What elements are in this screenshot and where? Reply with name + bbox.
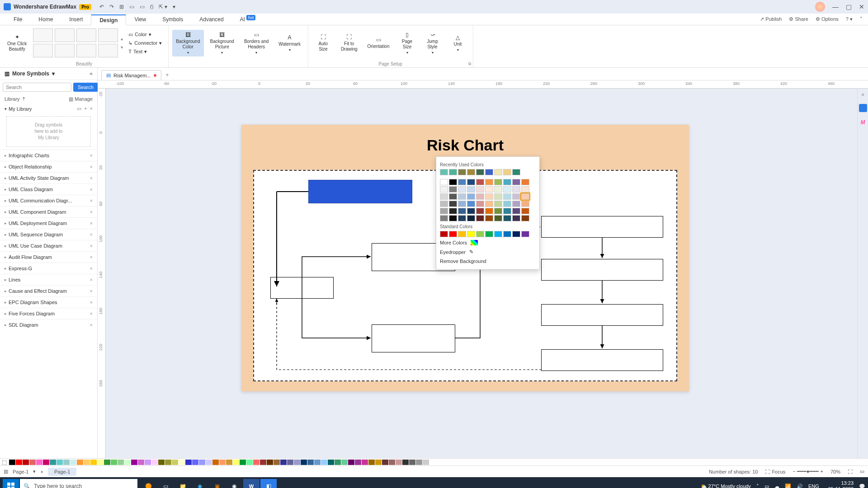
color-swatch[interactable]: [494, 201, 502, 207]
color-swatch[interactable]: [494, 231, 502, 237]
qat-more-icon[interactable]: ▾: [173, 4, 175, 10]
close-icon[interactable]: ×: [90, 266, 93, 271]
more-colors-button[interactable]: More Colors: [440, 238, 536, 247]
close-icon[interactable]: ×: [90, 164, 93, 169]
color-swatch[interactable]: [494, 215, 502, 221]
colorbar-swatch[interactable]: [206, 460, 212, 465]
color-swatch[interactable]: [485, 169, 493, 175]
color-swatch[interactable]: [503, 169, 511, 175]
close-icon[interactable]: ×: [90, 153, 93, 158]
colorbar-swatch[interactable]: [131, 460, 137, 465]
colorbar-swatch[interactable]: [402, 460, 409, 465]
color-swatch[interactable]: [521, 215, 529, 221]
close-icon[interactable]: ×: [90, 277, 93, 282]
color-swatch[interactable]: [476, 179, 484, 185]
quick-color-bar[interactable]: ⬚: [0, 458, 868, 465]
color-swatch[interactable]: [512, 179, 520, 185]
color-swatch[interactable]: [512, 215, 520, 221]
colorbar-swatch[interactable]: [77, 460, 83, 465]
colorbar-swatch[interactable]: [314, 460, 321, 465]
color-swatch[interactable]: [503, 193, 511, 200]
background-color-button[interactable]: 🖼 Background Color ▾: [172, 30, 203, 56]
theme-scroll-up-icon[interactable]: ▴: [121, 36, 123, 41]
color-swatch[interactable]: [467, 215, 475, 221]
color-swatch[interactable]: [467, 208, 475, 214]
color-swatch[interactable]: [467, 231, 475, 237]
color-swatch[interactable]: [458, 179, 466, 185]
colorbar-swatch[interactable]: [328, 460, 334, 465]
colorbar-swatch[interactable]: [29, 460, 36, 465]
close-button[interactable]: ✕: [859, 3, 864, 10]
export-icon[interactable]: ⇱ ▾: [159, 4, 167, 10]
colorbar-swatch[interactable]: [362, 460, 368, 465]
color-swatch[interactable]: [458, 215, 466, 221]
color-swatch[interactable]: [521, 201, 529, 207]
colorbar-swatch[interactable]: [348, 460, 354, 465]
color-swatch[interactable]: [485, 193, 493, 200]
options-button[interactable]: ⚙ Options: [816, 16, 839, 22]
one-click-beautify-button[interactable]: ✦ One Click Beautify: [4, 32, 30, 54]
wifi-icon[interactable]: 📶: [785, 483, 791, 488]
remove-background-button[interactable]: Remove Background: [440, 257, 536, 266]
print-icon[interactable]: ⎙: [150, 4, 153, 10]
color-swatch[interactable]: [503, 215, 511, 221]
colorbar-swatch[interactable]: [233, 460, 239, 465]
flowchart-shape[interactable]: [541, 259, 663, 281]
weather-widget[interactable]: ⛅ 27°C Mostly cloudy: [701, 483, 751, 488]
color-swatch[interactable]: [512, 201, 520, 207]
word-icon[interactable]: W: [243, 479, 259, 488]
system-clock[interactable]: 13:23 05-11-2023: [828, 480, 854, 488]
color-swatch[interactable]: [467, 201, 475, 207]
menu-insert[interactable]: Insert: [61, 14, 91, 24]
colorbar-swatch[interactable]: [246, 460, 253, 465]
colorbar-swatch[interactable]: [301, 460, 307, 465]
color-swatch[interactable]: [476, 231, 484, 237]
colorbar-swatch[interactable]: [36, 460, 42, 465]
close-icon[interactable]: ×: [90, 198, 93, 203]
colorbar-swatch[interactable]: [341, 460, 348, 465]
jump-style-button[interactable]: ⤻Jump Style▾: [421, 30, 444, 56]
colorbar-swatch[interactable]: [219, 460, 226, 465]
color-swatch[interactable]: [476, 208, 484, 214]
menu-file[interactable]: File: [5, 14, 30, 24]
color-swatch[interactable]: [521, 208, 529, 214]
color-swatch[interactable]: [476, 215, 484, 221]
color-swatch[interactable]: [440, 179, 448, 185]
color-swatch[interactable]: [458, 208, 466, 214]
theme-scroll-down-icon[interactable]: ▾: [121, 45, 123, 50]
category-item[interactable]: ▸Five Forces Diagram×: [0, 308, 97, 319]
colorbar-swatch[interactable]: [321, 460, 327, 465]
undo-icon[interactable]: ↶: [99, 4, 104, 10]
colorbar-swatch[interactable]: [90, 460, 97, 465]
color-swatch[interactable]: [449, 215, 457, 221]
category-item[interactable]: ▸UML Use Case Diagram×: [0, 240, 97, 251]
colorbar-swatch[interactable]: [355, 460, 361, 465]
category-item[interactable]: ▸UML Class Diagram×: [0, 183, 97, 195]
symbol-search-input[interactable]: [3, 83, 71, 92]
tray-chevron-icon[interactable]: ˄: [756, 483, 759, 488]
colorbar-swatch[interactable]: [389, 460, 395, 465]
library-label[interactable]: Library: [5, 96, 20, 102]
colorbar-swatch[interactable]: [50, 460, 56, 465]
colorbar-swatch[interactable]: [199, 460, 205, 465]
colorbar-swatch[interactable]: [185, 460, 192, 465]
colorbar-swatch[interactable]: [287, 460, 293, 465]
color-swatch[interactable]: [467, 179, 475, 185]
menu-ai[interactable]: AIhot: [232, 14, 264, 24]
color-swatch[interactable]: [476, 193, 484, 200]
colorbar-swatch[interactable]: [172, 460, 178, 465]
color-swatch[interactable]: [458, 193, 466, 200]
colorbar-swatch[interactable]: [260, 460, 266, 465]
color-swatch[interactable]: [512, 208, 520, 214]
colorbar-swatch[interactable]: [212, 460, 219, 465]
category-item[interactable]: ▸UML Deployment Diagram×: [0, 217, 97, 229]
redo-icon[interactable]: ↷: [109, 4, 114, 10]
ai-assistant-icon[interactable]: [859, 104, 867, 112]
close-icon[interactable]: ×: [90, 288, 93, 294]
colorbar-swatch[interactable]: [179, 460, 185, 465]
taskbar-app-icon[interactable]: 🟠: [140, 479, 156, 488]
colorbar-swatch[interactable]: [253, 460, 259, 465]
color-swatch[interactable]: [503, 179, 511, 185]
flowchart-shape[interactable]: [541, 216, 663, 238]
color-swatch[interactable]: [449, 208, 457, 214]
